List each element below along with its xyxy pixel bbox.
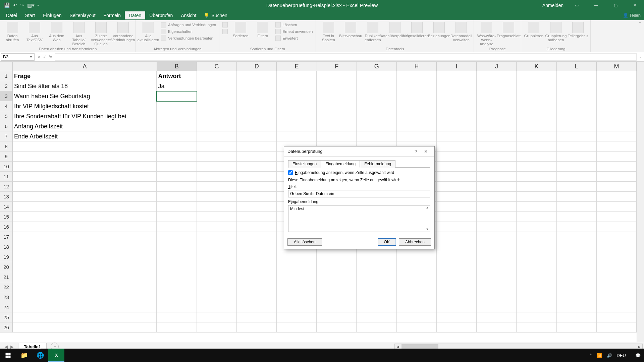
cell-L14[interactable] [557,202,597,212]
cell-I22[interactable] [437,282,477,292]
cell-I18[interactable] [437,242,477,252]
cell-L1[interactable] [557,71,597,81]
cell-C10[interactable] [197,162,237,172]
cell-A10[interactable] [13,162,157,172]
cell-G26[interactable] [357,322,396,333]
scroll-right-icon[interactable]: ▶ [636,345,642,349]
cell-J20[interactable] [477,262,517,272]
enter-formula-icon[interactable]: ✓ [43,54,47,59]
select-all-corner[interactable] [0,62,13,71]
cell-D23[interactable] [237,292,277,302]
cell-J5[interactable] [477,111,517,121]
cell-K10[interactable] [517,162,556,172]
cell-G3[interactable] [357,91,396,101]
cell-J19[interactable] [477,252,517,262]
row-header-11[interactable]: 11 [0,172,13,182]
cell-C20[interactable] [197,262,237,272]
cell-L13[interactable] [557,192,597,202]
row-header-14[interactable]: 14 [0,202,13,212]
col-header-H[interactable]: H [397,62,437,71]
cell-K16[interactable] [517,222,556,232]
cell-A6[interactable]: Anfang Arbeitszeit [13,121,157,131]
cell-L22[interactable] [557,282,597,292]
start-button[interactable] [0,349,16,362]
col-header-G[interactable]: G [357,62,397,71]
clear-all-button[interactable]: Alle löschen [287,238,322,246]
cell-E25[interactable] [277,312,317,322]
cell-L20[interactable] [557,262,597,272]
dialog-tab-einstellungen[interactable]: Einstellungen [288,160,321,168]
volume-icon[interactable]: 🔊 [607,353,612,358]
cell-I10[interactable] [437,162,477,172]
forecast-sheet-button[interactable]: Prognoseblatt [498,21,519,38]
cell-M9[interactable] [597,152,637,162]
cell-F20[interactable] [317,262,357,272]
cell-J11[interactable] [477,172,517,182]
cell-B11[interactable] [157,172,197,182]
cell-L16[interactable] [557,222,597,232]
cell-M3[interactable] [597,91,637,101]
cell-J3[interactable] [477,91,517,101]
row-header-10[interactable]: 10 [0,162,13,172]
cancel-button[interactable]: Abbrechen [399,238,431,246]
cell-J2[interactable] [477,81,517,91]
cell-J9[interactable] [477,152,517,162]
cell-I2[interactable] [437,81,477,91]
cell-K20[interactable] [517,262,556,272]
cell-E2[interactable] [277,81,317,91]
cell-C3[interactable] [197,91,237,101]
tell-me-search[interactable]: 💡 Suchen [200,13,230,18]
chevron-down-icon[interactable]: ▼ [30,55,33,59]
row-header-22[interactable]: 22 [0,282,13,292]
cell-A26[interactable] [13,322,157,333]
properties-button[interactable]: Eigenschaften [160,28,217,35]
tab-datei[interactable]: Datei [2,11,21,19]
cell-B9[interactable] [157,152,197,162]
cell-F2[interactable] [317,81,357,91]
dialog-titlebar[interactable]: Datenüberprüfung ? ✕ [284,146,434,157]
cell-F23[interactable] [317,292,357,302]
row-header-13[interactable]: 13 [0,192,13,202]
cell-J12[interactable] [477,182,517,192]
cell-D19[interactable] [237,252,277,262]
network-icon[interactable]: 📶 [597,353,602,358]
qat-more-icon[interactable]: ▾ [37,3,39,7]
cell-A4[interactable]: Ihr VIP Mitgliedschaft kostet [13,101,157,111]
tab-ueberpruefen[interactable]: Überprüfen [145,11,177,19]
tab-formeln[interactable]: Formeln [100,11,125,19]
cell-B6[interactable] [157,121,197,131]
cell-C8[interactable] [197,141,237,152]
cell-A25[interactable] [13,312,157,322]
refresh-all-button[interactable]: Alle aktualisieren [138,21,159,42]
cell-L8[interactable] [557,141,597,152]
excel-taskbar-icon[interactable]: X [48,349,64,362]
cell-D20[interactable] [237,262,277,272]
cell-D8[interactable] [237,141,277,152]
cell-C17[interactable] [197,232,237,242]
cell-C11[interactable] [197,172,237,182]
cell-A21[interactable] [13,272,157,282]
cell-A17[interactable] [13,232,157,242]
cell-F1[interactable] [317,71,357,81]
text-to-columns-button[interactable]: Text in Spalten [318,21,339,42]
col-header-B[interactable]: B [157,62,197,71]
cell-E23[interactable] [277,292,317,302]
cell-E19[interactable] [277,252,317,262]
cell-K26[interactable] [517,322,556,333]
cell-C14[interactable] [197,202,237,212]
cell-C1[interactable] [197,71,237,81]
from-text-csv-button[interactable]: Aus Text/CSV [24,21,45,42]
cell-G7[interactable] [357,131,396,141]
cell-L3[interactable] [557,91,597,101]
cell-K13[interactable] [517,192,556,202]
cell-M20[interactable] [597,262,637,272]
cell-I5[interactable] [437,111,477,121]
cell-G4[interactable] [357,101,396,111]
cell-F21[interactable] [317,272,357,282]
col-header-J[interactable]: J [477,62,517,71]
row-header-24[interactable]: 24 [0,302,13,312]
show-input-message-label[interactable]: Eingabemeldung anzeigen, wenn Zelle ausg… [295,170,394,175]
cell-A1[interactable]: Frage [13,71,157,81]
cell-E21[interactable] [277,272,317,282]
cell-G23[interactable] [357,292,396,302]
